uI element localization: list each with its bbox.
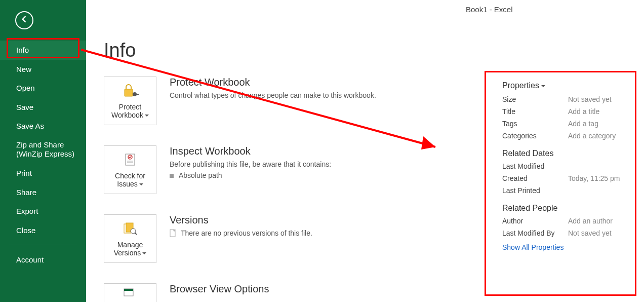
tile-label: Protect [119,103,141,111]
prop-row-size: SizeNot saved yet [502,95,629,103]
prop-label: Created [502,174,568,182]
chevron-down-icon [138,180,143,188]
main-content: Info Protect Workbook Protect Workbook C… [104,40,478,302]
prop-row-lastprinted: Last Printed [502,186,629,195]
properties-heading-text: Properties [502,81,539,90]
section-title-inspect: Inspect Workbook [170,145,478,157]
section-browser: Browser View Options [104,283,478,302]
svg-rect-2 [136,94,139,95]
inspect-bullet: Absolute path [170,171,478,179]
prop-label: Last Printed [502,186,568,195]
prop-row-lastmodified: Last Modified [502,162,629,170]
section-inspect: Check for Issues Inspect Workbook Before… [104,145,478,194]
section-title-protect: Protect Workbook [170,77,478,88]
sidebar-item-open[interactable]: Open [0,79,86,98]
sidebar-item-save[interactable]: Save [0,98,86,117]
prop-label: Tags [502,120,568,128]
doc-icon [170,229,177,239]
section-desc-protect: Control what types of changes people can… [170,91,478,99]
prop-row-title: TitleAdd a title [502,107,629,116]
tile-label: Manage [117,241,143,249]
prop-label: Last Modified [502,162,568,170]
document-check-icon [123,152,138,169]
sidebar-item-export[interactable]: Export [0,202,86,221]
square-bullet-icon [170,174,174,178]
related-people-heading: Related People [502,204,629,213]
sidebar-item-account[interactable]: Account [0,250,86,270]
browser-view-button[interactable] [104,283,156,302]
back-button[interactable] [15,11,33,29]
tile-label: Issues [117,180,137,188]
window-title: Book1 - Excel [466,5,513,14]
chevron-down-icon [141,249,146,257]
section-desc-versions: There are no previous versions of this f… [170,229,478,239]
tile-label: Check for [115,172,145,180]
prop-row-categories: CategoriesAdd a category [502,132,629,140]
browser-icon [123,288,138,299]
sidebar-item-close[interactable]: Close [0,221,86,240]
page-title: Info [104,40,478,61]
chevron-down-icon [143,111,149,119]
arrow-left-icon [19,14,29,26]
sidebar-item-saveas[interactable]: Save As [0,117,86,136]
check-issues-button[interactable]: Check for Issues [104,145,156,194]
svg-rect-13 [124,289,133,291]
show-all-properties-link[interactable]: Show All Properties [502,243,629,251]
tile-label: Workbook [111,111,143,119]
prop-row-tags: TagsAdd a tag [502,120,629,128]
prop-label: Author [502,217,568,225]
prop-value: Today, 11:25 pm [568,174,620,182]
prop-label: Size [502,95,568,103]
sidebar-item-new[interactable]: New [0,60,86,79]
prop-row-created: CreatedToday, 11:25 pm [502,174,629,182]
backstage-sidebar: Info New Open Save Save As Zip and Share… [0,0,86,302]
prop-label: Last Modified By [502,229,568,237]
properties-dropdown[interactable]: Properties [502,81,629,90]
svg-rect-3 [126,154,135,165]
tile-label: Versions [114,249,141,257]
prop-label: Title [502,107,568,116]
prop-row-author: AuthorAdd an author [502,217,629,225]
sidebar-item-share[interactable]: Share [0,183,86,202]
sidebar-item-info[interactable]: Info [0,41,86,60]
svg-line-10 [135,233,137,235]
svg-rect-0 [125,89,133,96]
inspect-bullet-text: Absolute path [179,171,222,179]
sidebar-divider [9,245,77,245]
prop-row-lastmodby: Last Modified ByNot saved yet [502,229,629,237]
section-versions: Manage Versions Versions There are no pr… [104,214,478,263]
lock-icon [122,83,139,100]
prop-value[interactable]: Add a title [568,107,599,116]
versions-icon [122,221,138,238]
section-title-versions: Versions [170,214,478,226]
manage-versions-button[interactable]: Manage Versions [104,214,156,263]
related-dates-heading: Related Dates [502,149,629,158]
properties-panel: Properties SizeNot saved yet TitleAdd a … [502,81,629,251]
prop-value[interactable]: Add a tag [568,120,598,128]
chevron-down-icon [539,81,545,90]
prop-label: Categories [502,132,568,140]
section-protect: Protect Workbook Protect Workbook Contro… [104,77,478,125]
prop-value[interactable]: Add a category [568,132,616,140]
section-desc-inspect: Before publishing this file, be aware th… [170,160,478,168]
sidebar-item-zipshare[interactable]: Zip and Share (WinZip Express) [0,136,86,164]
versions-desc-text: There are no previous versions of this f… [181,229,312,237]
sidebar-item-print[interactable]: Print [0,164,86,183]
section-title-browser: Browser View Options [170,283,478,295]
prop-value: Not saved yet [568,95,612,103]
prop-value[interactable]: Add an author [568,217,613,225]
protect-workbook-button[interactable]: Protect Workbook [104,77,156,125]
prop-value: Not saved yet [568,229,612,237]
